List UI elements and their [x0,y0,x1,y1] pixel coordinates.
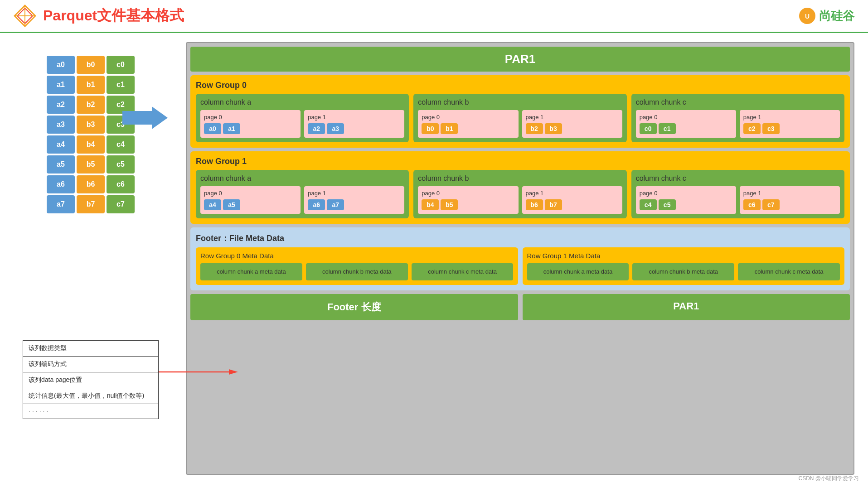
page-title: page 0 [640,114,732,121]
par1-bottom-btn: PAR1 [523,294,850,320]
data-cells: b6b7 [526,199,619,210]
watermark: CSDN @小喵同学爱学习 [798,475,859,482]
page-title: page 1 [308,114,401,121]
page-box: page 1c6c7 [740,186,840,214]
pages-row: page 0a0a1page 1a2a3 [200,110,404,138]
column-chunk-title: column chunk a [200,174,404,183]
data-cell: c1 [659,123,676,134]
column-chunk: column chunk apage 0a0a1page 1a2a3 [196,94,409,142]
row-group-1: Row Group 1 column chunk apage 0a4a5page… [190,151,850,224]
data-cells: b0b1 [422,123,514,134]
brand-icon: U [798,7,816,25]
meta-chunk: column chunk a meta data [527,263,629,280]
page-box: page 0b0b1 [418,110,518,138]
page-title: page 1 [526,114,619,121]
data-cell: b2 [526,123,543,134]
data-cell: a0 [204,123,221,134]
page-box: page 0c4c5 [636,186,736,214]
data-cell: b3 [545,123,562,134]
brand-name: 尚硅谷 [819,8,854,24]
table-cell: c0 [107,56,135,74]
row-group-0-columns: column chunk apage 0a0a1page 1a2a3column… [196,94,844,142]
table-cell: b5 [77,155,105,174]
column-chunk: column chunk cpage 0c4c5page 1c6c7 [631,170,844,218]
meta-chunk: column chunk c meta data [412,263,514,280]
column-chunk-title: column chunk b [418,98,622,106]
column-chunk-title: column chunk b [418,174,622,183]
data-cells: a6a7 [308,199,401,210]
data-cell: b0 [422,123,439,134]
meta-chunk: column chunk b meta data [632,263,734,280]
footer-length-btn: Footer 长度 [190,294,518,320]
table-cell: a3 [47,116,75,134]
data-cell: c3 [762,123,780,134]
table-cell: c7 [107,195,135,213]
data-cells: a4a5 [204,199,297,210]
right-section: PAR1 Row Group 0 column chunk apage 0a0a… [186,42,854,475]
table-cell: b3 [77,116,105,134]
data-table: a0b0c0a1b1c1a2b2c2a3b3c3a4b4c4a5b5c5a6b6… [47,56,135,213]
page-title: page 0 [204,114,297,121]
meta-chunk: column chunk c meta data [738,263,840,280]
data-cell: c2 [743,123,761,134]
table-cell: c5 [107,155,135,174]
meta-group-title: Row Group 1 Meta Data [527,252,840,260]
footer-info-row: 该列data page位置 [23,372,158,388]
meta-chunk: column chunk a meta data [200,263,302,280]
data-cells: c0c1 [640,123,732,134]
footer-info-row: 统计信息(最大值，最小值，null值个数等) [23,388,158,404]
page-box: page 1a2a3 [304,110,404,138]
svg-marker-8 [229,369,238,375]
page-title: page 1 [743,114,836,121]
page-title: page 1 [308,190,401,197]
data-cells: a0a1 [204,123,297,134]
data-cells: c6c7 [743,199,836,210]
bottom-bar: Footer 长度 PAR1 [190,294,850,320]
footer-info-container: 该列数据类型该列编码方式该列data page位置统计信息(最大值，最小值，nu… [23,340,159,419]
header: Parquet文件基本格式 U 尚硅谷 [0,0,868,33]
table-cell: c4 [107,135,135,154]
footer-info-box: 该列数据类型该列编码方式该列data page位置统计信息(最大值，最小值，nu… [23,340,159,419]
table-cell: b6 [77,175,105,193]
data-cell: b7 [545,199,562,210]
par1-header: PAR1 [190,47,850,72]
data-cells: a2a3 [308,123,401,134]
data-cell: a7 [327,199,344,210]
footer-info-row: 该列数据类型 [23,341,158,357]
page-box: page 0b4b5 [418,186,518,214]
page-title: page 0 [422,114,514,121]
diamond-icon [14,5,36,27]
row-group-1-title: Row Group 1 [196,157,844,166]
meta-chunks-row: column chunk a meta datacolumn chunk b m… [200,263,514,280]
table-cell: a2 [47,96,75,114]
column-chunk-title: column chunk c [636,98,840,106]
footer-meta-section: Footer：File Meta Data Row Group 0 Meta D… [190,227,850,290]
meta-chunks-row: column chunk a meta datacolumn chunk b m… [527,263,840,280]
red-arrow [159,367,240,376]
table-cell: b7 [77,195,105,213]
svg-marker-6 [122,106,168,129]
row-group-0-title: Row Group 0 [196,81,844,90]
page-box: page 1c2c3 [740,110,840,138]
table-cell: b4 [77,135,105,154]
data-cell: a3 [327,123,344,134]
page-box: page 1a6a7 [304,186,404,214]
data-cell: a1 [223,123,240,134]
page-title: page 0 [640,190,732,197]
table-cell: a7 [47,195,75,213]
pages-row: page 0c4c5page 1c6c7 [636,186,840,214]
footer-section-title: Footer：File Meta Data [196,233,844,244]
pages-row: page 0a4a5page 1a6a7 [200,186,404,214]
table-cell: c1 [107,76,135,94]
data-cell: a5 [223,199,240,210]
data-cell: b1 [441,123,458,134]
data-cell: a2 [308,123,325,134]
data-cell: c0 [640,123,657,134]
column-chunk: column chunk bpage 0b4b5page 1b6b7 [413,170,626,218]
column-chunk: column chunk bpage 0b0b1page 1b2b3 [413,94,626,142]
meta-group: Row Group 0 Meta Datacolumn chunk a meta… [196,247,518,285]
table-cell: a6 [47,175,75,193]
page-title: page 1 [526,190,619,197]
row-group-1-columns: column chunk apage 0a4a5page 1a6a7column… [196,170,844,218]
column-chunk: column chunk cpage 0c0c1page 1c2c3 [631,94,844,142]
